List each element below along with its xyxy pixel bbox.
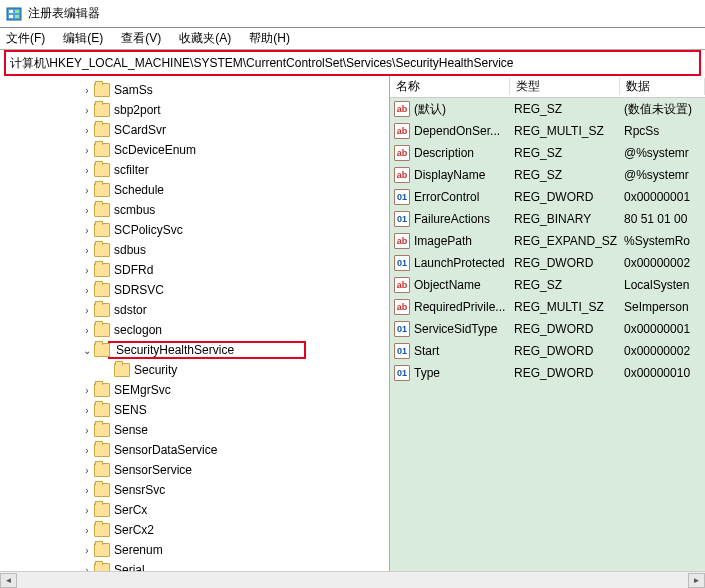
chevron-right-icon[interactable]: ›: [80, 385, 94, 396]
tree-item-SCPolicySvc[interactable]: ›SCPolicySvc: [0, 220, 389, 240]
chevron-right-icon[interactable]: ›: [80, 285, 94, 296]
chevron-right-icon[interactable]: ›: [80, 205, 94, 216]
chevron-right-icon[interactable]: ›: [80, 265, 94, 276]
chevron-right-icon[interactable]: ›: [80, 305, 94, 316]
value-name: DisplayName: [414, 168, 514, 182]
chevron-right-icon[interactable]: ›: [80, 565, 94, 572]
value-row[interactable]: 01ErrorControlREG_DWORD0x00000001: [390, 186, 705, 208]
chevron-right-icon[interactable]: ›: [80, 425, 94, 436]
chevron-right-icon[interactable]: ›: [80, 505, 94, 516]
tree-label: scmbus: [114, 203, 155, 217]
tree-item-sdstor[interactable]: ›sdstor: [0, 300, 389, 320]
col-header-name[interactable]: 名称: [390, 78, 510, 95]
tree-item-SEMgrSvc[interactable]: ›SEMgrSvc: [0, 380, 389, 400]
tree-label: Sense: [114, 423, 148, 437]
chevron-right-icon[interactable]: ›: [80, 85, 94, 96]
tree-item-SerCx[interactable]: ›SerCx: [0, 500, 389, 520]
tree-item-SensorDataService[interactable]: ›SensorDataService: [0, 440, 389, 460]
value-name: ServiceSidType: [414, 322, 514, 336]
folder-icon: [94, 403, 110, 417]
value-data: 80 51 01 00: [624, 212, 705, 226]
string-value-icon: ab: [394, 277, 410, 293]
tree-item-SamSs[interactable]: ›SamSs: [0, 80, 389, 100]
tree-item-seclogon[interactable]: ›seclogon: [0, 320, 389, 340]
scroll-left-icon[interactable]: ◄: [0, 573, 17, 588]
value-row[interactable]: abDisplayNameREG_SZ@%systemr: [390, 164, 705, 186]
value-row[interactable]: abRequiredPrivile...REG_MULTI_SZSeImpers…: [390, 296, 705, 318]
menu-view[interactable]: 查看(V): [121, 30, 161, 47]
tree-item-SENS[interactable]: ›SENS: [0, 400, 389, 420]
folder-icon: [94, 303, 110, 317]
menu-favorites[interactable]: 收藏夹(A): [179, 30, 231, 47]
value-type: REG_DWORD: [514, 322, 624, 336]
tree-label: Security: [134, 363, 177, 377]
chevron-right-icon[interactable]: ›: [80, 185, 94, 196]
chevron-right-icon[interactable]: ›: [80, 165, 94, 176]
tree-pane[interactable]: ›SamSs›sbp2port›SCardSvr›ScDeviceEnum›sc…: [0, 76, 390, 571]
value-row[interactable]: abDependOnSer...REG_MULTI_SZRpcSs: [390, 120, 705, 142]
value-row[interactable]: 01FailureActionsREG_BINARY80 51 01 00: [390, 208, 705, 230]
value-row[interactable]: ab(默认)REG_SZ(数值未设置): [390, 98, 705, 120]
tree-item-scfilter[interactable]: ›scfilter: [0, 160, 389, 180]
tree-item-Sense[interactable]: ›Sense: [0, 420, 389, 440]
tree-item-sdbus[interactable]: ›sdbus: [0, 240, 389, 260]
value-name: LaunchProtected: [414, 256, 514, 270]
tree-label: SecurityHealthService: [116, 343, 234, 357]
chevron-right-icon[interactable]: ›: [80, 525, 94, 536]
tree-label: SENS: [114, 403, 147, 417]
tree-item-SDRSVC[interactable]: ›SDRSVC: [0, 280, 389, 300]
chevron-right-icon[interactable]: ›: [80, 325, 94, 336]
tree-item-Serial[interactable]: ›Serial: [0, 560, 389, 571]
tree-label: SamSs: [114, 83, 153, 97]
chevron-down-icon[interactable]: ⌄: [80, 345, 94, 356]
value-name: (默认): [414, 101, 514, 118]
chevron-right-icon[interactable]: ›: [80, 145, 94, 156]
folder-icon: [94, 523, 110, 537]
chevron-right-icon[interactable]: ›: [80, 545, 94, 556]
col-header-type[interactable]: 类型: [510, 78, 620, 95]
value-row[interactable]: 01LaunchProtectedREG_DWORD0x00000002: [390, 252, 705, 274]
value-row[interactable]: abImagePathREG_EXPAND_SZ%SystemRo: [390, 230, 705, 252]
binary-value-icon: 01: [394, 189, 410, 205]
chevron-right-icon[interactable]: ›: [80, 125, 94, 136]
folder-icon: [94, 163, 110, 177]
values-pane[interactable]: 名称 类型 数据 ab(默认)REG_SZ(数值未设置)abDependOnSe…: [390, 76, 705, 571]
tree-item-ScDeviceEnum[interactable]: ›ScDeviceEnum: [0, 140, 389, 160]
chevron-right-icon[interactable]: ›: [80, 405, 94, 416]
tree-item-Schedule[interactable]: ›Schedule: [0, 180, 389, 200]
value-row[interactable]: 01StartREG_DWORD0x00000002: [390, 340, 705, 362]
scroll-right-icon[interactable]: ►: [688, 573, 705, 588]
tree-item-Security[interactable]: Security: [0, 360, 389, 380]
addressbar[interactable]: 计算机\HKEY_LOCAL_MACHINE\SYSTEM\CurrentCon…: [10, 55, 695, 72]
values-body: ab(默认)REG_SZ(数值未设置)abDependOnSer...REG_M…: [390, 98, 705, 571]
tree-item-SensrSvc[interactable]: ›SensrSvc: [0, 480, 389, 500]
menu-help[interactable]: 帮助(H): [249, 30, 290, 47]
folder-icon: [114, 363, 130, 377]
scroll-track[interactable]: [17, 573, 688, 588]
chevron-right-icon[interactable]: ›: [80, 225, 94, 236]
menubar: 文件(F) 编辑(E) 查看(V) 收藏夹(A) 帮助(H): [0, 28, 705, 50]
value-row[interactable]: 01ServiceSidTypeREG_DWORD0x00000001: [390, 318, 705, 340]
tree-item-SCardSvr[interactable]: ›SCardSvr: [0, 120, 389, 140]
value-row[interactable]: abDescriptionREG_SZ@%systemr: [390, 142, 705, 164]
chevron-right-icon[interactable]: ›: [80, 465, 94, 476]
tree-item-sbp2port[interactable]: ›sbp2port: [0, 100, 389, 120]
tree-item-SerCx2[interactable]: ›SerCx2: [0, 520, 389, 540]
tree-item-scmbus[interactable]: ›scmbus: [0, 200, 389, 220]
tree-item-SDFRd[interactable]: ›SDFRd: [0, 260, 389, 280]
tree-item-Serenum[interactable]: ›Serenum: [0, 540, 389, 560]
svg-rect-2: [9, 15, 13, 18]
tree-item-SensorService[interactable]: ›SensorService: [0, 460, 389, 480]
folder-icon: [94, 503, 110, 517]
value-row[interactable]: 01TypeREG_DWORD0x00000010: [390, 362, 705, 384]
menu-edit[interactable]: 编辑(E): [63, 30, 103, 47]
col-header-data[interactable]: 数据: [620, 78, 705, 95]
tree-item-SecurityHealthService[interactable]: ⌄SecurityHealthService: [0, 340, 389, 360]
value-row[interactable]: abObjectNameREG_SZLocalSysten: [390, 274, 705, 296]
chevron-right-icon[interactable]: ›: [80, 445, 94, 456]
chevron-right-icon[interactable]: ›: [80, 105, 94, 116]
chevron-right-icon[interactable]: ›: [80, 485, 94, 496]
chevron-right-icon[interactable]: ›: [80, 245, 94, 256]
horizontal-scrollbar[interactable]: ◄ ►: [0, 571, 705, 588]
menu-file[interactable]: 文件(F): [6, 30, 45, 47]
